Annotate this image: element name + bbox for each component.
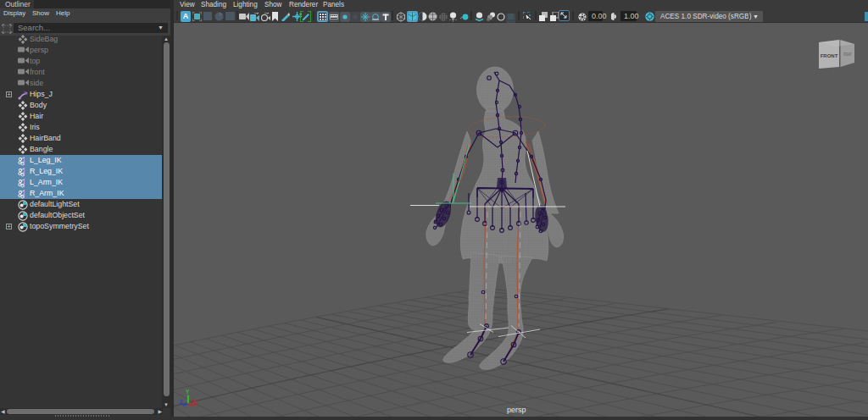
svg-text:Y: Y xyxy=(186,389,190,395)
svg-text:RIGHT: RIGHT xyxy=(843,51,851,56)
svg-text:Z: Z xyxy=(180,399,183,405)
svg-text:FRONT: FRONT xyxy=(821,53,838,58)
svg-text:X: X xyxy=(192,398,197,404)
